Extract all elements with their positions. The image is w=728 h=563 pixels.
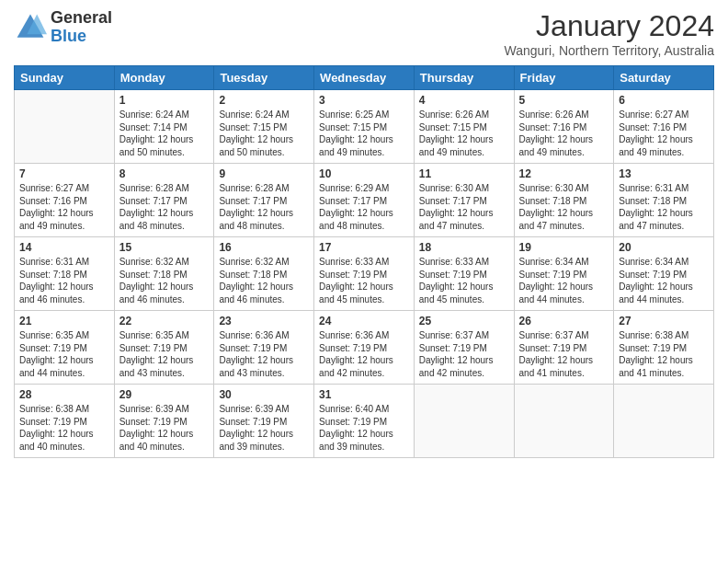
day-info: Sunrise: 6:30 AM Sunset: 7:18 PM Dayligh…: [519, 182, 609, 232]
day-number: 22: [119, 315, 210, 327]
calendar-cell: [15, 90, 115, 164]
calendar-cell: 29 Sunrise: 6:39 AM Sunset: 7:19 PM Dayl…: [114, 385, 214, 458]
day-number: 5: [519, 94, 609, 107]
calendar-cell: 13 Sunrise: 6:31 AM Sunset: 7:18 PM Dayl…: [614, 164, 714, 237]
calendar-week-4: 21 Sunrise: 6:35 AM Sunset: 7:19 PM Dayl…: [15, 311, 714, 385]
calendar-cell: 27 Sunrise: 6:38 AM Sunset: 7:19 PM Dayl…: [614, 311, 714, 385]
col-wednesday: Wednesday: [314, 66, 415, 90]
day-number: 15: [119, 241, 210, 254]
calendar-cell: 19 Sunrise: 6:34 AM Sunset: 7:19 PM Dayl…: [514, 237, 614, 311]
calendar-cell: 22 Sunrise: 6:35 AM Sunset: 7:19 PM Dayl…: [114, 311, 214, 385]
day-info: Sunrise: 6:31 AM Sunset: 7:18 PM Dayligh…: [619, 182, 709, 232]
calendar-cell: 14 Sunrise: 6:31 AM Sunset: 7:18 PM Dayl…: [15, 237, 115, 311]
day-number: 3: [319, 94, 409, 107]
day-info: Sunrise: 6:35 AM Sunset: 7:19 PM Dayligh…: [119, 329, 210, 379]
calendar-week-3: 14 Sunrise: 6:31 AM Sunset: 7:18 PM Dayl…: [15, 237, 714, 311]
calendar-table: Sunday Monday Tuesday Wednesday Thursday…: [14, 65, 714, 458]
page: General Blue January 2024 Wanguri, North…: [0, 0, 728, 563]
day-info: Sunrise: 6:32 AM Sunset: 7:18 PM Dayligh…: [219, 256, 309, 305]
calendar-cell: 20 Sunrise: 6:34 AM Sunset: 7:19 PM Dayl…: [614, 237, 714, 311]
day-info: Sunrise: 6:32 AM Sunset: 7:18 PM Dayligh…: [119, 256, 210, 305]
calendar-cell: 4 Sunrise: 6:26 AM Sunset: 7:15 PM Dayli…: [414, 90, 514, 164]
day-number: 20: [619, 241, 709, 254]
day-info: Sunrise: 6:37 AM Sunset: 7:19 PM Dayligh…: [519, 329, 609, 379]
day-info: Sunrise: 6:29 AM Sunset: 7:17 PM Dayligh…: [319, 182, 409, 232]
logo-general-text: General: [51, 9, 112, 28]
day-number: 24: [319, 315, 409, 327]
month-title: January 2024: [505, 9, 715, 43]
logo-icon: [14, 11, 47, 44]
day-number: 9: [219, 167, 309, 180]
day-info: Sunrise: 6:28 AM Sunset: 7:17 PM Dayligh…: [219, 182, 309, 232]
day-info: Sunrise: 6:40 AM Sunset: 7:19 PM Dayligh…: [319, 403, 409, 453]
calendar-cell: 24 Sunrise: 6:36 AM Sunset: 7:19 PM Dayl…: [314, 311, 415, 385]
col-sunday: Sunday: [15, 66, 115, 90]
calendar-week-5: 28 Sunrise: 6:38 AM Sunset: 7:19 PM Dayl…: [15, 385, 714, 458]
day-info: Sunrise: 6:37 AM Sunset: 7:19 PM Dayligh…: [419, 329, 509, 379]
day-number: 1: [119, 94, 210, 107]
calendar-cell: 3 Sunrise: 6:25 AM Sunset: 7:15 PM Dayli…: [314, 90, 415, 164]
day-info: Sunrise: 6:36 AM Sunset: 7:19 PM Dayligh…: [319, 329, 409, 379]
day-number: 25: [419, 315, 509, 327]
calendar-cell: 31 Sunrise: 6:40 AM Sunset: 7:19 PM Dayl…: [314, 385, 415, 458]
calendar-cell: [614, 385, 714, 458]
day-number: 2: [219, 94, 309, 107]
day-info: Sunrise: 6:25 AM Sunset: 7:15 PM Dayligh…: [319, 109, 409, 158]
calendar-cell: 12 Sunrise: 6:30 AM Sunset: 7:18 PM Dayl…: [514, 164, 614, 237]
header: General Blue January 2024 Wanguri, North…: [14, 9, 714, 58]
day-info: Sunrise: 6:38 AM Sunset: 7:19 PM Dayligh…: [19, 403, 109, 453]
col-tuesday: Tuesday: [214, 66, 314, 90]
calendar-cell: 7 Sunrise: 6:27 AM Sunset: 7:16 PM Dayli…: [15, 164, 115, 237]
day-number: 17: [319, 241, 409, 254]
calendar-cell: 6 Sunrise: 6:27 AM Sunset: 7:16 PM Dayli…: [614, 90, 714, 164]
calendar-cell: 5 Sunrise: 6:26 AM Sunset: 7:16 PM Dayli…: [514, 90, 614, 164]
calendar-cell: 28 Sunrise: 6:38 AM Sunset: 7:19 PM Dayl…: [15, 385, 115, 458]
day-info: Sunrise: 6:27 AM Sunset: 7:16 PM Dayligh…: [619, 109, 709, 158]
calendar-cell: [414, 385, 514, 458]
day-info: Sunrise: 6:33 AM Sunset: 7:19 PM Dayligh…: [319, 256, 409, 305]
day-info: Sunrise: 6:31 AM Sunset: 7:18 PM Dayligh…: [19, 256, 109, 305]
col-friday: Friday: [514, 66, 614, 90]
day-info: Sunrise: 6:27 AM Sunset: 7:16 PM Dayligh…: [19, 182, 109, 232]
day-info: Sunrise: 6:35 AM Sunset: 7:19 PM Dayligh…: [19, 329, 109, 379]
day-info: Sunrise: 6:24 AM Sunset: 7:15 PM Dayligh…: [219, 109, 309, 158]
day-info: Sunrise: 6:34 AM Sunset: 7:19 PM Dayligh…: [619, 256, 709, 305]
day-number: 13: [619, 167, 709, 180]
calendar-cell: 21 Sunrise: 6:35 AM Sunset: 7:19 PM Dayl…: [15, 311, 115, 385]
calendar-cell: 18 Sunrise: 6:33 AM Sunset: 7:19 PM Dayl…: [414, 237, 514, 311]
calendar-cell: 25 Sunrise: 6:37 AM Sunset: 7:19 PM Dayl…: [414, 311, 514, 385]
day-number: 28: [19, 388, 109, 401]
calendar-cell: 11 Sunrise: 6:30 AM Sunset: 7:17 PM Dayl…: [414, 164, 514, 237]
location-subtitle: Wanguri, Northern Territory, Australia: [505, 43, 715, 58]
calendar-cell: 10 Sunrise: 6:29 AM Sunset: 7:17 PM Dayl…: [314, 164, 415, 237]
col-thursday: Thursday: [414, 66, 514, 90]
col-saturday: Saturday: [614, 66, 714, 90]
calendar-cell: 1 Sunrise: 6:24 AM Sunset: 7:14 PM Dayli…: [114, 90, 214, 164]
header-row: Sunday Monday Tuesday Wednesday Thursday…: [15, 66, 714, 90]
day-info: Sunrise: 6:26 AM Sunset: 7:16 PM Dayligh…: [519, 109, 609, 158]
calendar-cell: 26 Sunrise: 6:37 AM Sunset: 7:19 PM Dayl…: [514, 311, 614, 385]
col-monday: Monday: [114, 66, 214, 90]
day-number: 11: [419, 167, 509, 180]
day-number: 29: [119, 388, 210, 401]
day-number: 4: [419, 94, 509, 107]
day-info: Sunrise: 6:30 AM Sunset: 7:17 PM Dayligh…: [419, 182, 509, 232]
day-info: Sunrise: 6:24 AM Sunset: 7:14 PM Dayligh…: [119, 109, 210, 158]
day-number: 10: [319, 167, 409, 180]
calendar-cell: 30 Sunrise: 6:39 AM Sunset: 7:19 PM Dayl…: [214, 385, 314, 458]
day-number: 30: [219, 388, 309, 401]
day-number: 19: [519, 241, 609, 254]
calendar-cell: 17 Sunrise: 6:33 AM Sunset: 7:19 PM Dayl…: [314, 237, 415, 311]
calendar-cell: 15 Sunrise: 6:32 AM Sunset: 7:18 PM Dayl…: [114, 237, 214, 311]
day-number: 18: [419, 241, 509, 254]
day-number: 8: [119, 167, 210, 180]
calendar-cell: 16 Sunrise: 6:32 AM Sunset: 7:18 PM Dayl…: [214, 237, 314, 311]
day-number: 27: [619, 315, 709, 327]
day-info: Sunrise: 6:36 AM Sunset: 7:19 PM Dayligh…: [219, 329, 309, 379]
logo-text: General Blue: [51, 9, 112, 46]
day-info: Sunrise: 6:34 AM Sunset: 7:19 PM Dayligh…: [519, 256, 609, 305]
day-number: 16: [219, 241, 309, 254]
calendar-cell: 2 Sunrise: 6:24 AM Sunset: 7:15 PM Dayli…: [214, 90, 314, 164]
day-number: 31: [319, 388, 409, 401]
day-number: 26: [519, 315, 609, 327]
